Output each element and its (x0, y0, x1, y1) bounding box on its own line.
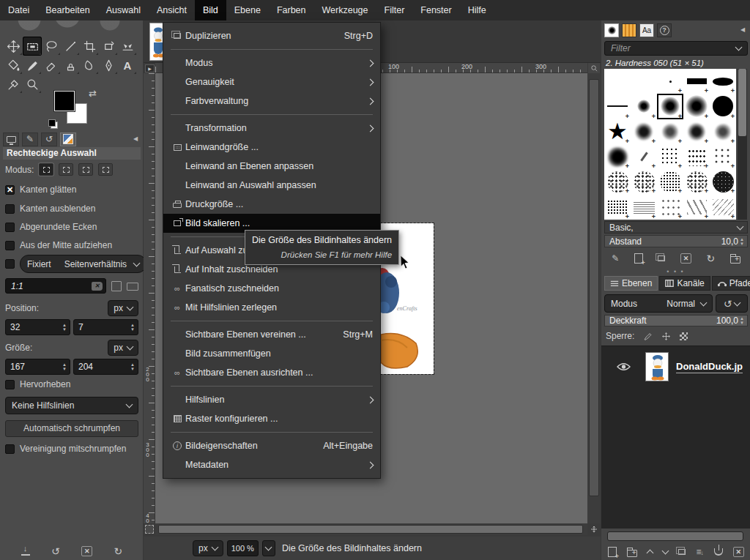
foreground-color-swatch[interactable] (54, 91, 75, 111)
new-layer-icon[interactable] (608, 547, 617, 557)
bucket-fill-tool[interactable] (4, 56, 23, 75)
reset-tool-options-icon[interactable] (114, 545, 123, 557)
menu-item-hilfslinien[interactable]: Hilfslinien (163, 390, 380, 409)
brush-thumbnail[interactable] (604, 94, 631, 119)
free-select-tool[interactable] (42, 37, 61, 56)
menu-item-leinwand-ebenen[interactable]: Leinwand an Ebenen anpassen (163, 157, 380, 176)
size-height-input[interactable]: 204 (73, 359, 138, 375)
brush-thumbnail[interactable] (631, 94, 657, 119)
eraser-tool[interactable] (42, 56, 61, 75)
menu-item-bildeigenschaften[interactable]: Bildeigenschaften Alt+Eingabe (163, 436, 380, 455)
brush-thumbnail[interactable] (604, 194, 631, 219)
spinner-icon[interactable] (61, 362, 68, 371)
menu-item-sichtbare-ebenen-ausrichten[interactable]: Sichtbare Ebenen ausrichten ... (163, 363, 380, 382)
mode-reset-button[interactable] (716, 294, 748, 313)
mode-add-button[interactable] (59, 163, 73, 176)
new-layer-group-icon[interactable] (627, 550, 637, 557)
menu-datei[interactable]: Datei (0, 0, 37, 20)
clone-tool[interactable] (61, 56, 80, 75)
menu-werkzeuge[interactable]: Werkzeuge (314, 0, 376, 20)
brush-thumbnail[interactable] (710, 69, 736, 94)
antialias-checkbox[interactable] (5, 185, 15, 195)
position-unit-dropdown[interactable]: px (108, 300, 138, 316)
clear-icon[interactable] (92, 282, 103, 291)
brush-group-dropdown[interactable]: Basic, (604, 221, 748, 234)
delete-brush-icon[interactable] (680, 253, 691, 264)
horizontal-scrollbar[interactable] (155, 523, 587, 535)
brush-thumbnail[interactable] (631, 194, 657, 219)
menu-ebene[interactable]: Ebene (226, 0, 269, 20)
lower-layer-icon[interactable] (662, 548, 669, 555)
collapse-left-dock-icon[interactable] (130, 134, 141, 144)
brush-thumbnail[interactable] (657, 194, 683, 219)
brush-thumbnail[interactable] (683, 69, 710, 94)
expand-from-center-checkbox[interactable] (5, 241, 15, 250)
menu-item-transformation[interactable]: Transformation (163, 119, 380, 138)
brush-thumbnail[interactable] (657, 144, 683, 169)
menu-bearbeiten[interactable]: Bearbeiten (37, 0, 97, 20)
zoom-level-input[interactable]: 100 % (227, 540, 259, 556)
menu-item-leinwandgroesse[interactable]: Leinwandgröße ... (163, 138, 380, 157)
mode-replace-button[interactable] (39, 163, 53, 176)
default-colors-icon[interactable] (48, 119, 58, 129)
guides-dropdown[interactable]: Keine Hilfslinien (5, 397, 138, 414)
scrollbar-thumb[interactable] (589, 79, 599, 496)
mode-subtract-button[interactable] (78, 163, 93, 176)
brush-thumbnail[interactable] (631, 119, 657, 144)
tab-undo-history[interactable] (41, 132, 57, 146)
menu-item-mit-hilfslinien-zerlegen[interactable]: Mit Hilfslinien zerlegen (163, 298, 380, 317)
paintbrush-tool[interactable] (23, 56, 42, 75)
brush-spacing-slider[interactable]: Abstand 10,0 (604, 235, 748, 247)
auto-shrink-button[interactable]: Automatisch schrumpfen (5, 420, 138, 437)
brush-thumbnail[interactable] (604, 169, 631, 194)
lock-pixels-icon[interactable] (643, 332, 653, 341)
opacity-slider[interactable]: Deckkraft 100,0 (604, 315, 748, 326)
rounded-corners-checkbox[interactable] (5, 223, 15, 232)
navigation-button[interactable] (589, 523, 599, 535)
save-tool-preset-icon[interactable] (21, 547, 30, 556)
anchor-layer-icon[interactable] (714, 548, 723, 556)
zoom-dropdown-button[interactable] (262, 540, 275, 556)
brush-filter-input[interactable]: Filter (604, 41, 748, 56)
vertical-scrollbar[interactable] (587, 73, 601, 523)
menu-bild[interactable]: Bild (195, 0, 226, 20)
menu-farben[interactable]: Farben (269, 0, 314, 20)
menu-item-duplizieren[interactable]: Duplizieren Strg+D (163, 26, 380, 45)
menu-ansicht[interactable]: Ansicht (149, 0, 195, 20)
highlight-checkbox[interactable] (5, 380, 15, 389)
position-x-input[interactable]: 32 (5, 319, 70, 335)
brush-thumbnail[interactable] (604, 69, 631, 94)
menu-item-metadaten[interactable]: Metadaten (163, 455, 380, 474)
tab-ebenen[interactable]: Ebenen (604, 276, 658, 291)
canvas-menu-button[interactable] (145, 64, 155, 72)
brush-thumbnail[interactable] (604, 119, 631, 144)
fixed-dropdown[interactable]: Fixiert Seitenverhältnis (20, 255, 146, 273)
size-width-input[interactable]: 167 (5, 359, 70, 375)
crop-tool[interactable] (80, 37, 99, 56)
menu-filter[interactable]: Filter (376, 0, 413, 20)
fixed-checkbox[interactable] (5, 259, 15, 269)
landscape-icon[interactable] (127, 283, 138, 291)
menu-item-farbverwaltung[interactable]: Farbverwaltung (163, 92, 380, 111)
fuzzy-select-tool[interactable] (61, 37, 80, 56)
edit-brush-icon[interactable] (612, 253, 619, 264)
mode-intersect-button[interactable] (98, 163, 113, 176)
layer-name[interactable]: DonaldDuck.jp (676, 361, 743, 373)
tab-image-thumbnail[interactable] (60, 132, 76, 146)
tab-device-status[interactable] (22, 132, 38, 146)
new-brush-icon[interactable] (634, 253, 643, 264)
brush-thumbnail[interactable] (631, 144, 657, 169)
brush-thumbnail[interactable] (683, 194, 710, 219)
scrollbar-thumb[interactable] (158, 525, 583, 534)
menu-item-bild-zusammenfuegen[interactable]: Bild zusammenfügen (163, 344, 380, 363)
dock-splitter-handle[interactable] (601, 269, 750, 274)
menu-item-genauigkeit[interactable]: Genauigkeit (163, 72, 380, 92)
brush-thumbnail[interactable] (657, 69, 683, 94)
lock-position-icon[interactable] (661, 332, 671, 341)
tab-kanaele[interactable]: Kanäle (659, 276, 710, 291)
tab-pfade[interactable]: Pfade (712, 276, 750, 291)
duplicate-brush-icon[interactable] (658, 255, 665, 261)
menu-item-modus[interactable]: Modus (163, 53, 380, 72)
delete-tool-preset-icon[interactable] (81, 546, 92, 556)
delete-layer-icon[interactable] (733, 547, 744, 557)
